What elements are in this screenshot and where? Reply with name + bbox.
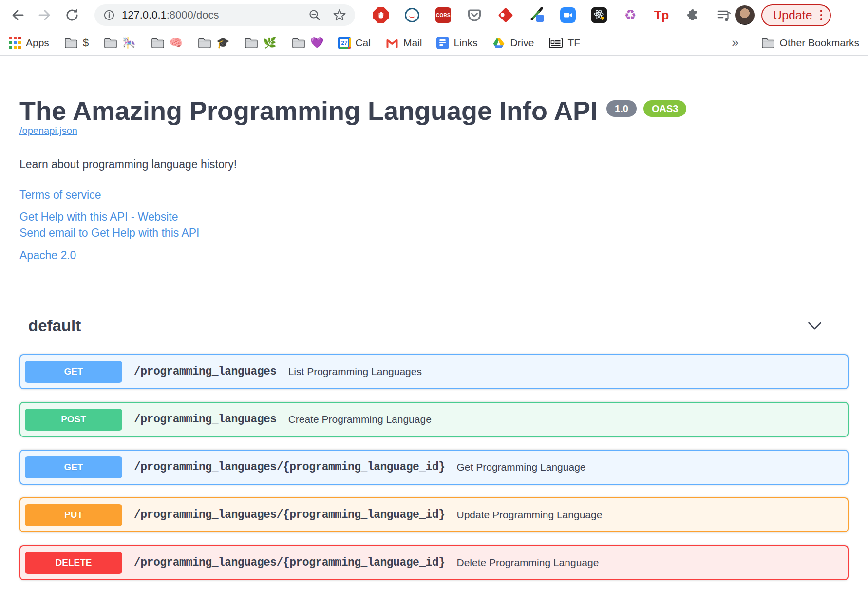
method-badge: GET: [25, 456, 122, 478]
folder-icon: [103, 37, 118, 49]
endpoint-list: GET /programming_languages List Programm…: [19, 354, 849, 580]
bookmark-folder[interactable]: 🎠: [103, 37, 135, 49]
star-icon[interactable]: [333, 8, 346, 22]
bookmark-folder[interactable]: 🧠: [151, 37, 183, 49]
tag-section-header[interactable]: default: [19, 317, 849, 349]
other-bookmarks-label: Other Bookmarks: [780, 37, 859, 49]
other-bookmarks[interactable]: Other Bookmarks: [761, 37, 859, 49]
bookmarks-separator: [750, 36, 750, 50]
license-link[interactable]: Apache 2.0: [19, 249, 76, 262]
endpoint-summary: Get Programming Language: [457, 461, 586, 473]
reload-icon: [64, 7, 80, 23]
bookmark-label: Cal: [355, 37, 371, 49]
folder-label: 🌿: [263, 38, 276, 48]
send-email-help-link[interactable]: Send email to Get Help with this API: [19, 225, 199, 241]
endpoint-summary: List Programming Languages: [288, 366, 422, 378]
folder-label: $: [83, 38, 89, 48]
endpoint-row[interactable]: GET /programming_languages List Programm…: [19, 354, 849, 389]
url-text[interactable]: 127.0.0.1:8000/docs: [122, 9, 219, 21]
bookmark-apps[interactable]: Apps: [9, 37, 49, 49]
bookmark-label: TF: [567, 37, 580, 49]
adblock-hand-icon[interactable]: [373, 7, 389, 23]
bookmark-folder[interactable]: 🎓: [197, 37, 229, 49]
swagger-page: The Amazing Programming Language Info AP…: [0, 56, 868, 580]
bookmark-calendar[interactable]: 27 Cal: [338, 37, 371, 49]
bookmark-drive[interactable]: Drive: [492, 36, 534, 50]
bookmarks-overflow-chevron[interactable]: »: [732, 35, 738, 50]
music-queue-icon[interactable]: [716, 7, 732, 23]
terms-of-service-link[interactable]: Terms of service: [19, 189, 101, 202]
red-diamond-icon[interactable]: [497, 7, 514, 23]
endpoint-row[interactable]: POST /programming_languages Create Progr…: [19, 402, 849, 437]
bookmark-label: Drive: [510, 37, 534, 49]
reload-button[interactable]: [61, 4, 83, 26]
zoom-meeting-icon[interactable]: [560, 7, 576, 23]
bookmark-label: Links: [453, 37, 477, 49]
folder-icon: [64, 37, 78, 49]
openapi-spec-link[interactable]: /openapi.json: [19, 125, 77, 136]
zoom-out-icon[interactable]: [308, 9, 321, 21]
folder-label: 🎓: [216, 38, 229, 48]
folder-label: 💜: [310, 38, 323, 48]
endpoint-row[interactable]: GET /programming_languages/{programming_…: [19, 450, 849, 485]
endpoint-path: /programming_languages/{programming_lang…: [134, 556, 445, 569]
method-badge: DELETE: [25, 552, 122, 574]
folder-icon: [197, 37, 212, 49]
tp-icon[interactable]: Tp: [653, 7, 670, 23]
bookmark-links[interactable]: Links: [436, 37, 477, 49]
endpoint-summary: Update Programming Language: [457, 509, 603, 521]
cors-label: CORS: [435, 7, 451, 23]
back-icon: [10, 7, 25, 23]
browser-menu-icon[interactable]: [820, 10, 823, 20]
links-icon: [436, 37, 449, 49]
folder-icon: [244, 37, 259, 49]
chevron-down-icon[interactable]: [808, 322, 822, 330]
endpoint-row[interactable]: PUT /programming_languages/{programming_…: [19, 497, 849, 532]
folder-icon: [761, 37, 775, 49]
bookmark-mail[interactable]: Mail: [385, 36, 422, 50]
drive-icon: [492, 36, 506, 50]
browser-toolbar: 127.0.0.1:8000/docs: [0, 0, 868, 30]
bookmark-folder[interactable]: 🌿: [244, 37, 276, 49]
folder-icon: [291, 37, 306, 49]
gmail-icon: [385, 36, 399, 50]
version-badge: 1.0: [606, 100, 637, 117]
extension-strip: CORS: [373, 7, 732, 23]
folder-icon: [151, 37, 165, 49]
forward-button[interactable]: [34, 4, 56, 26]
bookmark-tf[interactable]: TF: [548, 37, 580, 49]
tag-section-label: default: [28, 317, 81, 335]
update-label: Update: [773, 8, 812, 22]
oas3-badge: OAS3: [643, 100, 686, 117]
endpoint-row[interactable]: DELETE /programming_languages/{programmi…: [19, 545, 849, 580]
purple-recycle-icon[interactable]: ♻: [622, 7, 639, 23]
profile-avatar[interactable]: [735, 5, 755, 25]
tf-icon: [548, 37, 563, 49]
cors-icon[interactable]: CORS: [435, 7, 452, 23]
tp-label: Tp: [654, 9, 669, 21]
endpoint-path: /programming_languages: [134, 413, 277, 426]
apps-label: Apps: [26, 37, 49, 49]
back-button[interactable]: [7, 4, 28, 26]
page-title: The Amazing Programming Language Info AP…: [19, 96, 598, 125]
update-button[interactable]: Update: [761, 4, 831, 26]
bookmark-folder[interactable]: $: [64, 37, 89, 49]
method-badge: POST: [25, 409, 122, 431]
endpoint-path: /programming_languages/{programming_lang…: [134, 509, 445, 521]
puzzle-extensions-icon[interactable]: [684, 7, 701, 23]
pocket-icon[interactable]: [466, 7, 483, 23]
eyedropper-icon[interactable]: [528, 7, 545, 23]
apps-grid-icon: [9, 37, 21, 49]
endpoint-path: /programming_languages/{programming_lang…: [134, 461, 445, 474]
endpoint-summary: Delete Programming Language: [457, 557, 599, 569]
react-devtools-icon[interactable]: [591, 7, 607, 23]
chat-bubble-icon[interactable]: [404, 7, 420, 23]
bookmark-folder[interactable]: 💜: [291, 37, 323, 49]
forward-icon: [37, 7, 53, 23]
info-icon[interactable]: [103, 9, 115, 21]
endpoint-path: /programming_languages: [134, 365, 277, 378]
method-badge: GET: [25, 361, 122, 383]
get-help-website-link[interactable]: Get Help with this API - Website: [19, 209, 178, 225]
method-badge: PUT: [25, 504, 122, 526]
url-bar[interactable]: 127.0.0.1:8000/docs: [94, 4, 355, 26]
